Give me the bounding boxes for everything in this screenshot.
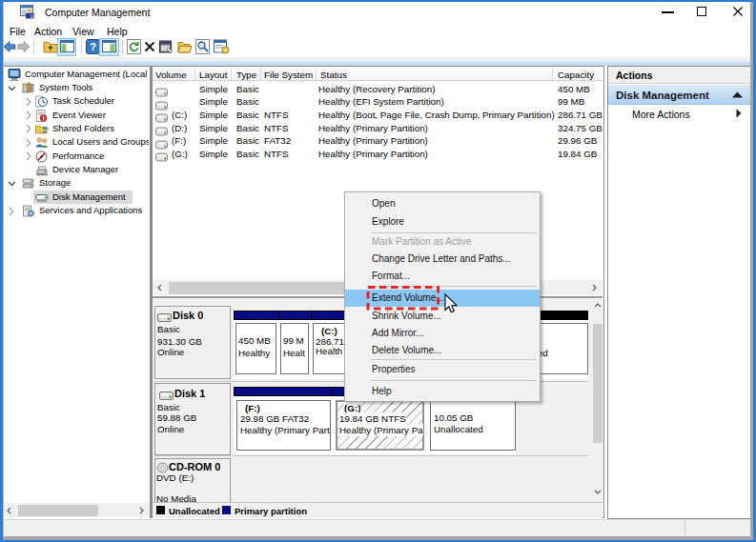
svg-text:100: 100	[31, 13, 36, 19]
svg-text:?: ?	[90, 41, 96, 52]
